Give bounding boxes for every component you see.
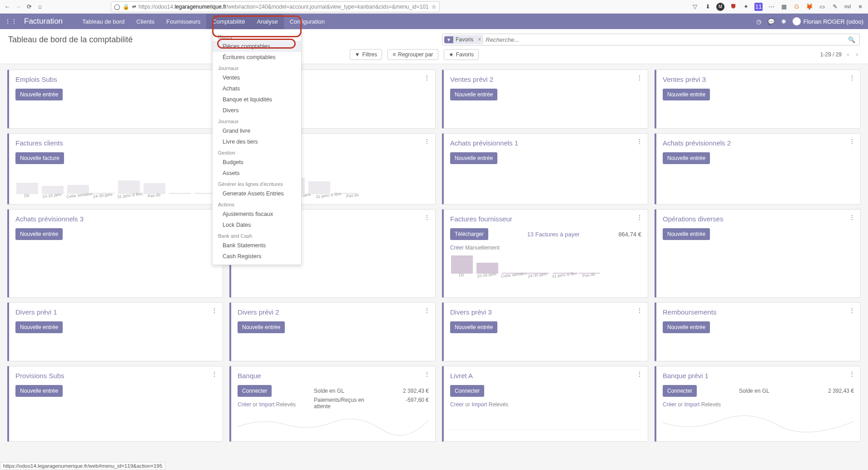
- card-title[interactable]: Divers prévi 1: [15, 308, 216, 316]
- menu-analyse[interactable]: Analyse: [251, 14, 283, 29]
- card-menu-icon[interactable]: ⋮: [849, 214, 855, 220]
- pager-prev-icon[interactable]: ‹: [845, 50, 851, 59]
- ext-icon-6[interactable]: ✎: [831, 3, 839, 11]
- new-entry-button[interactable]: Nouvelle entrée: [15, 385, 63, 397]
- card-menu-icon[interactable]: ⋮: [637, 371, 642, 377]
- search-icon[interactable]: 🔍: [846, 36, 858, 43]
- card-title[interactable]: Divers prévi 3: [450, 308, 641, 316]
- favorites-button[interactable]: ★Favoris: [444, 49, 479, 60]
- dd-item-grand-livre[interactable]: Grand livre: [213, 125, 301, 136]
- card-menu-icon[interactable]: ⋮: [424, 75, 430, 81]
- card-menu-icon[interactable]: ⋮: [424, 138, 430, 145]
- debug-icon[interactable]: ✱: [781, 18, 786, 25]
- star-icon[interactable]: ☆: [432, 4, 436, 10]
- new-entry-button[interactable]: Nouvelle entrée: [450, 89, 497, 100]
- chat-icon[interactable]: 💬: [768, 18, 775, 25]
- card-menu-icon[interactable]: ⋮: [637, 138, 642, 145]
- dd-item-gen-assets[interactable]: Generate Assets Entries: [213, 188, 301, 199]
- new-entry-button[interactable]: Nouvelle entrée: [663, 89, 710, 100]
- ext-icon-3[interactable]: ▦: [780, 3, 788, 11]
- ext-icon-2[interactable]: ⋯: [767, 3, 775, 11]
- facet-remove-icon[interactable]: ×: [476, 36, 483, 43]
- dd-item-lock-dates[interactable]: Lock Dates: [213, 220, 301, 230]
- apps-icon[interactable]: ⋮⋮: [5, 18, 17, 25]
- dd-item-ventes[interactable]: Ventes: [213, 72, 301, 83]
- ext-circle-icon[interactable]: M: [716, 3, 724, 11]
- card-menu-icon[interactable]: ⋮: [212, 371, 217, 377]
- dd-item-cash-reg[interactable]: Cash Registers: [213, 251, 301, 262]
- card-menu-icon[interactable]: ⋮: [637, 214, 642, 220]
- card-title[interactable]: Divers prévi 2: [238, 308, 429, 316]
- download-icon[interactable]: ⬇: [704, 3, 712, 11]
- card-title[interactable]: Factures fournisseur: [450, 215, 641, 223]
- card-title[interactable]: Ventes prévi 2: [450, 75, 641, 83]
- card-menu-icon[interactable]: ⋮: [424, 214, 430, 220]
- menu-dashboard[interactable]: Tableau de bord: [76, 14, 130, 29]
- card-menu-icon[interactable]: ⋮: [849, 307, 855, 314]
- back-icon[interactable]: ←: [4, 3, 11, 10]
- card-menu-icon[interactable]: ⋮: [424, 307, 430, 314]
- menu-comptabilite[interactable]: Comptabilité: [206, 14, 251, 29]
- ext-icon-1[interactable]: ✦: [742, 3, 750, 11]
- pager-next-icon[interactable]: ›: [854, 50, 860, 59]
- new-invoice-button[interactable]: Nouvelle facture: [15, 152, 64, 164]
- create-link[interactable]: Créer: [450, 245, 464, 251]
- card-menu-icon[interactable]: ⋮: [212, 307, 217, 314]
- dd-item-ajust-fiscaux[interactable]: Ajustements fiscaux: [213, 209, 301, 220]
- filters-button[interactable]: ▼Filtres: [350, 49, 382, 60]
- pocket-icon[interactable]: ▽: [691, 3, 699, 11]
- dd-item-livre-tiers[interactable]: Livre des tiers: [213, 136, 301, 147]
- card-title[interactable]: Opérations diverses: [663, 215, 854, 223]
- card-title[interactable]: Banque: [238, 372, 429, 380]
- dd-item-assets[interactable]: Assets: [213, 168, 301, 179]
- card-title[interactable]: Emplois Subs: [15, 75, 216, 83]
- create-link[interactable]: Créer: [238, 401, 251, 408]
- hamburger-icon[interactable]: ≡: [856, 3, 864, 11]
- card-title[interactable]: Factures clients: [15, 139, 216, 147]
- app-title[interactable]: Facturation: [24, 17, 63, 26]
- ext-ublock-icon[interactable]: ⛊: [729, 3, 737, 11]
- import-link[interactable]: Import: [259, 401, 274, 408]
- dd-item-bank-stmt[interactable]: Bank Statements: [213, 240, 301, 251]
- card-menu-icon[interactable]: ⋮: [637, 75, 642, 81]
- new-entry-button[interactable]: Nouvelle entrée: [663, 228, 710, 240]
- ext-icon-7[interactable]: md: [843, 3, 852, 11]
- new-entry-button[interactable]: Nouvelle entrée: [663, 152, 710, 164]
- search-bar[interactable]: ▼ Favoris × 🔍: [442, 34, 860, 45]
- bills-to-pay-link[interactable]: 13 Factures à payer: [527, 231, 580, 238]
- card-title[interactable]: Remboursements: [663, 308, 854, 316]
- ext-fox-icon[interactable]: 🦊: [805, 3, 813, 11]
- dd-item-divers[interactable]: Divers: [213, 105, 301, 116]
- clock-icon[interactable]: ◷: [756, 18, 761, 25]
- menu-configuration[interactable]: Configuration: [284, 14, 331, 29]
- ext-icon-5[interactable]: ▭: [818, 3, 826, 11]
- card-title[interactable]: Banque prévi 1: [663, 372, 854, 380]
- card-menu-icon[interactable]: ⋮: [637, 307, 642, 314]
- import-link[interactable]: Import: [684, 401, 699, 408]
- card-menu-icon[interactable]: ⋮: [424, 371, 430, 377]
- reload-icon[interactable]: ⟳: [25, 3, 33, 10]
- search-input[interactable]: [483, 36, 846, 43]
- new-entry-button[interactable]: Nouvelle entrée: [15, 228, 63, 240]
- new-entry-button[interactable]: Nouvelle entrée: [450, 152, 497, 164]
- card-title[interactable]: Livret A: [450, 372, 641, 380]
- create-link[interactable]: Créer: [663, 401, 676, 408]
- card-title[interactable]: Achats prévisionnels 3: [15, 215, 216, 223]
- menu-fournisseurs[interactable]: Fournisseurs: [160, 14, 206, 29]
- new-entry-button[interactable]: Nouvelle entrée: [450, 321, 497, 333]
- upload-button[interactable]: Télécharger: [450, 228, 488, 240]
- card-title[interactable]: Ventes prévi 3: [663, 75, 854, 83]
- import-link[interactable]: Import: [471, 401, 487, 408]
- forward-icon[interactable]: →: [15, 3, 22, 10]
- card-title[interactable]: Provisions Subs: [15, 372, 216, 380]
- connect-button[interactable]: Connecter: [663, 385, 697, 397]
- dd-item-budgets[interactable]: Budgets: [213, 157, 301, 168]
- connect-button[interactable]: Connecter: [238, 385, 272, 397]
- ext-purple-icon[interactable]: 11: [754, 3, 763, 11]
- user-menu[interactable]: Florian ROGER (odoo): [793, 17, 863, 25]
- card-title[interactable]: Achats prévisionnels 2: [663, 139, 854, 147]
- dd-item-banque-liq[interactable]: Banque et liquidités: [213, 94, 301, 105]
- menu-clients[interactable]: Clients: [130, 14, 160, 29]
- card-menu-icon[interactable]: ⋮: [849, 371, 855, 377]
- new-entry-button[interactable]: Nouvelle entrée: [238, 321, 285, 333]
